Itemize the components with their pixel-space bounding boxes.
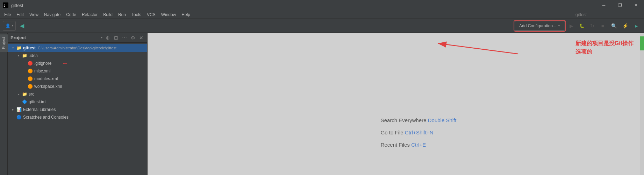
annotation-line1: 新建的项目是没Git操作 bbox=[575, 39, 634, 48]
tree-item-gittest[interactable]: ▾ 📁 gittest C:\Users\Administrator\Deskt… bbox=[8, 44, 147, 52]
title-bar: J gittest ─ ❐ ✕ bbox=[0, 0, 644, 10]
menu-run[interactable]: Run bbox=[115, 12, 129, 18]
tree-label-idea: .idea bbox=[29, 53, 38, 58]
rerun-button[interactable]: ↻ bbox=[587, 21, 597, 31]
right-scrollbar[interactable] bbox=[640, 33, 644, 175]
hint-recent-text: Recent Files bbox=[381, 142, 412, 148]
tree-label-gittest-iml: gittest.iml bbox=[29, 99, 46, 104]
project-panel-title: Project bbox=[10, 35, 99, 40]
hint-goto-file: Go to File Ctrl+Shift+N bbox=[381, 130, 457, 135]
profile-button[interactable]: 👤 ▾ bbox=[3, 21, 16, 31]
side-strip: Project bbox=[0, 33, 8, 175]
toolbar: 👤 ▾ ◀ Add Configuration... ▼ ▶ 🐛 ↻ ■ 🔍 ⚡… bbox=[0, 19, 644, 33]
tree-item-modules-xml[interactable]: ▸ 🟠 modules.xml bbox=[8, 75, 147, 83]
tree-item-gittest-iml[interactable]: ▸ 🔷 gittest.iml bbox=[8, 98, 147, 106]
main-layout: Project Project ▾ ⊕ ⊟ ⋯ ⚙ ✕ ▾ 📁 gittest … bbox=[0, 33, 644, 175]
xml-icon-modules: 🟠 bbox=[27, 76, 33, 82]
menu-tools[interactable]: Tools bbox=[129, 12, 144, 18]
panel-close-icon[interactable]: ✕ bbox=[138, 35, 144, 41]
module-icon: 📁 bbox=[16, 45, 22, 51]
add-configuration-button[interactable]: Add Configuration... ▼ bbox=[515, 21, 565, 31]
collapse-all-icon[interactable]: ⊟ bbox=[113, 35, 119, 41]
panel-settings-icon[interactable]: ⚙ bbox=[130, 35, 136, 41]
arrow-annotation-inline: ← bbox=[62, 60, 68, 67]
tree-label-src: src bbox=[29, 92, 34, 97]
project-panel: Project ▾ ⊕ ⊟ ⋯ ⚙ ✕ ▾ 📁 gittest C:\Users… bbox=[8, 33, 148, 175]
search-everywhere-button[interactable]: 🔍 bbox=[609, 21, 619, 31]
extlib-icon: 📊 bbox=[16, 107, 22, 112]
menu-window[interactable]: Window bbox=[158, 12, 179, 18]
project-panel-header: Project ▾ ⊕ ⊟ ⋯ ⚙ ✕ bbox=[8, 33, 147, 43]
power-button[interactable]: ⚡ bbox=[620, 21, 630, 31]
rerun-icon: ↻ bbox=[590, 23, 594, 29]
tree-arrow-src: ▸ bbox=[16, 92, 21, 97]
tree-item-workspace-xml[interactable]: ▸ 🟠 workspace.xml bbox=[8, 83, 147, 90]
tree-label-gitignore: .gitignore bbox=[34, 61, 51, 66]
xml-icon-misc: 🟠 bbox=[27, 68, 33, 74]
menu-file[interactable]: File bbox=[1, 12, 14, 18]
close-button[interactable]: ✕ bbox=[628, 0, 644, 10]
debug-button[interactable]: 🐛 bbox=[577, 21, 587, 31]
run-group: ▶ 🐛 ↻ ■ bbox=[566, 21, 608, 31]
project-title-dropdown-icon: ▾ bbox=[101, 36, 102, 39]
add-config-dropdown-icon: ▼ bbox=[558, 24, 560, 27]
tree-arrow-idea: ▾ bbox=[16, 53, 21, 58]
annotation-text: 新建的项目是没Git操作 选项的 bbox=[575, 39, 634, 56]
project-tree: ▾ 📁 gittest C:\Users\Administrator\Deskt… bbox=[8, 43, 147, 175]
project-side-tab[interactable]: Project bbox=[0, 34, 8, 52]
hint-goto-text: Go to File bbox=[381, 130, 405, 135]
panel-options-icon[interactable]: ⋯ bbox=[121, 35, 128, 41]
tree-item-src[interactable]: ▸ 📁 src bbox=[8, 90, 147, 98]
folder-icon-idea: 📁 bbox=[22, 53, 27, 58]
svg-text:J: J bbox=[3, 4, 6, 7]
tree-path-gittest: C:\Users\Administrator\Desktop\gitcode\g… bbox=[38, 46, 116, 50]
tree-label-external-libraries: External Libraries bbox=[23, 107, 56, 112]
menu-refactor[interactable]: Refactor bbox=[79, 12, 100, 18]
menu-vcs[interactable]: VCS bbox=[144, 12, 158, 18]
main-content-area: 新建的项目是没Git操作 选项的 Search Everywhere Doubl… bbox=[148, 33, 644, 175]
back-button[interactable]: ◀ bbox=[17, 21, 27, 31]
run-widget-button[interactable]: ▸ bbox=[631, 21, 641, 31]
tree-label-misc-xml: misc.xml bbox=[34, 69, 51, 74]
menu-help[interactable]: Help bbox=[179, 12, 193, 18]
tree-item-misc-xml[interactable]: ▸ 🟠 misc.xml bbox=[8, 67, 147, 75]
tree-item-external-libraries[interactable]: ▸ 📊 External Libraries bbox=[8, 106, 147, 113]
debug-icon: 🐛 bbox=[579, 23, 585, 28]
menu-build[interactable]: Build bbox=[100, 12, 115, 18]
window-controls: ─ ❐ ✕ bbox=[596, 0, 644, 10]
menu-view[interactable]: View bbox=[27, 12, 41, 18]
iml-icon: 🔷 bbox=[22, 99, 27, 105]
run-widget-icon: ▸ bbox=[635, 23, 638, 29]
menu-code[interactable]: Code bbox=[63, 12, 79, 18]
minimize-button[interactable]: ─ bbox=[596, 0, 612, 10]
editor-hints: Search Everywhere Double Shift Go to Fil… bbox=[381, 117, 457, 154]
menu-navigate[interactable]: Navigate bbox=[41, 12, 63, 18]
scrollbar-thumb bbox=[640, 36, 644, 50]
tree-label-modules-xml: modules.xml bbox=[34, 76, 58, 81]
scratches-icon: 🔵 bbox=[16, 114, 22, 120]
add-config-label: Add Configuration... bbox=[519, 23, 556, 28]
folder-icon-src: 📁 bbox=[22, 91, 27, 97]
gitignore-icon: 🔴 bbox=[27, 61, 33, 66]
profile-dropdown-icon: ▾ bbox=[12, 24, 13, 27]
tree-item-gitignore[interactable]: ▸ 🔴 .gitignore ← bbox=[8, 59, 147, 67]
locate-icon[interactable]: ⊕ bbox=[105, 35, 111, 41]
stop-button[interactable]: ■ bbox=[598, 21, 608, 31]
app-logo: J bbox=[3, 2, 8, 8]
run-icon: ▶ bbox=[570, 23, 573, 29]
annotation-arrow-svg bbox=[148, 33, 644, 96]
hint-search-everywhere: Search Everywhere Double Shift bbox=[381, 117, 457, 123]
run-button[interactable]: ▶ bbox=[566, 21, 576, 31]
restore-button[interactable]: ❐ bbox=[612, 0, 628, 10]
tree-arrow-extlib: ▸ bbox=[10, 107, 15, 112]
menu-edit[interactable]: Edit bbox=[14, 12, 27, 18]
tree-arrow-gittest: ▾ bbox=[10, 46, 15, 50]
annotation-line2: 选项的 bbox=[575, 48, 634, 56]
tree-item-idea[interactable]: ▾ 📁 .idea bbox=[8, 52, 147, 59]
tree-item-scratches[interactable]: ▸ 🔵 Scratches and Consoles bbox=[8, 113, 147, 121]
svg-line-3 bbox=[438, 43, 518, 54]
tree-label-scratches: Scratches and Consoles bbox=[23, 115, 69, 120]
hint-search-shortcut: Double Shift bbox=[428, 117, 457, 123]
tree-label-gittest: gittest bbox=[23, 46, 36, 50]
hint-recent-shortcut: Ctrl+E bbox=[411, 142, 426, 148]
